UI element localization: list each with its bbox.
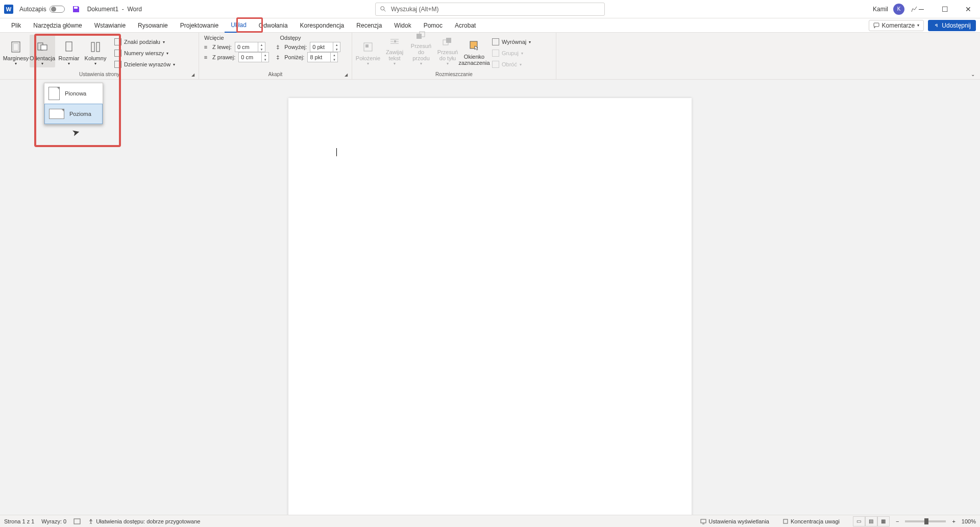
search-placeholder: Wyszukaj (Alt+M) [391,6,439,13]
tab-mailings[interactable]: Korespondencja [294,18,351,33]
autosave-switch[interactable] [50,6,65,13]
user-avatar[interactable]: K [893,4,904,15]
orientation-landscape-item[interactable]: Pozioma [44,104,103,124]
zoom-in[interactable]: + [952,518,955,524]
tab-layout[interactable]: Układ [225,18,253,33]
rotate-button: Obróć▾ [490,59,533,69]
focus-icon [782,518,789,524]
send-backward-icon [442,37,453,48]
zoom-slider[interactable] [905,520,946,522]
status-page[interactable]: Strona 1 z 1 [4,518,34,524]
selection-pane-button[interactable]: Okienko zaznaczenia [461,35,487,67]
zoom-out[interactable]: − [896,518,899,524]
indent-header: Wcięcie [204,35,224,41]
status-focus[interactable]: Koncentracja uwagi [782,518,840,524]
indent-right-label: Z prawej: [212,54,235,60]
spacing-before-input[interactable]: 0 pkt▲▼ [310,42,340,52]
group-arrange-label: Rozmieszczanie [355,71,553,78]
maximize-button[interactable]: ☐ [933,0,957,18]
close-button[interactable]: ✕ [957,0,980,18]
spacing-after-input[interactable]: 8 pkt▲▼ [307,52,338,62]
autosave-label: Autozapis [19,6,46,13]
tab-review[interactable]: Recenzja [350,18,388,33]
view-print-layout[interactable]: ▤ [865,516,877,526]
zoom-level[interactable]: 100% [962,518,976,524]
orientation-button[interactable]: Orientacja ▾ [30,35,55,67]
svg-rect-20 [701,519,706,523]
view-web-layout[interactable]: ▦ [877,516,890,526]
user-name: Kamil [873,6,888,13]
search-input[interactable]: Wyszukaj (Alt+M) [375,3,605,16]
document-page[interactable] [288,98,692,515]
breaks-icon [114,38,121,45]
tab-draw[interactable]: Rysowanie [132,18,174,33]
svg-rect-8 [91,42,94,52]
portrait-icon [48,87,60,100]
spacing-header: Odstępy [280,35,301,41]
spacing-after-label: Poniżej: [284,54,304,60]
indent-left-input[interactable]: 0 cm▲▼ [235,42,265,52]
svg-rect-12 [394,40,396,42]
status-display-settings[interactable]: Ustawienia wyświetlania [700,518,769,524]
columns-button[interactable]: Kolumny ▾ [83,35,108,67]
orientation-icon [36,41,48,53]
group-paragraph-label: Akapit◢ [202,71,349,78]
word-app-icon: W [4,5,13,14]
selection-pane-icon [469,40,480,51]
indent-left-icon: ≡ [202,43,209,51]
autosave-toggle[interactable]: Autozapis [19,6,65,13]
line-numbers-button[interactable]: Numery wierszy▾ [112,48,177,58]
svg-rect-13 [416,34,422,39]
status-words[interactable]: Wyrazy: 0 [41,518,66,524]
dialog-launcher-icon[interactable]: ◢ [191,73,194,77]
svg-rect-11 [365,44,369,47]
tab-design[interactable]: Projektowanie [174,18,225,33]
line-numbers-icon [114,50,121,57]
indent-right-icon: ≡ [202,54,209,61]
search-icon [380,6,387,13]
svg-line-1 [384,9,386,11]
status-language-icon[interactable] [74,518,81,525]
minimize-button[interactable]: ─ [910,0,933,18]
tab-file[interactable]: Plik [5,18,27,33]
position-button: Położenie▾ [355,35,381,67]
display-icon [700,518,706,524]
send-backward-button: Przesuń do tyłu▾ [435,35,460,67]
collapse-ribbon-icon[interactable]: ⌄ [971,71,975,77]
wrap-icon [389,37,400,48]
tab-references[interactable]: Odwołania [253,18,294,33]
page-size-icon [63,41,75,53]
orientation-portrait-item[interactable]: Pionowa [44,83,103,104]
document-canvas[interactable] [0,80,980,515]
align-button[interactable]: Wyrównaj▾ [490,37,533,47]
tab-home[interactable]: Narzędzia główne [27,18,88,33]
wrap-text-button: Zawijaj tekst▾ [382,35,407,67]
status-accessibility[interactable]: Ułatwienia dostępu: dobrze przygotowane [88,518,200,524]
hyphenation-button[interactable]: Dzielenie wyrazów▾ [112,59,177,69]
tab-view[interactable]: Widok [388,18,417,33]
indent-right-input[interactable]: 0 cm▲▼ [238,52,269,62]
rotate-icon [492,61,499,68]
tab-acrobat[interactable]: Acrobat [449,18,482,33]
group-button: Grupuj▾ [490,48,533,58]
bring-forward-button: Przesuń do przodu▾ [408,35,434,67]
group-icon [492,50,499,57]
chevron-down-icon: ▾ [94,61,96,66]
columns-icon [89,41,102,53]
svg-rect-4 [13,43,18,51]
view-read-mode[interactable]: ▭ [853,516,865,526]
save-icon[interactable] [72,5,80,13]
size-button[interactable]: Rozmiar ▾ [56,35,82,67]
margins-button[interactable]: Marginesy ▾ [3,35,29,67]
share-button[interactable]: Udostępnij [928,20,976,31]
breaks-button[interactable]: Znaki podziału▾ [112,37,177,47]
svg-rect-9 [96,42,100,52]
indent-left-label: Z lewej: [212,44,232,50]
chevron-down-icon: ▾ [917,23,919,28]
svg-rect-2 [874,23,879,27]
tab-insert[interactable]: Wstawianie [88,18,132,33]
comments-button[interactable]: Komentarze ▾ [869,20,924,31]
share-icon [933,22,939,29]
svg-point-19 [90,519,92,520]
dialog-launcher-icon[interactable]: ◢ [345,73,348,77]
